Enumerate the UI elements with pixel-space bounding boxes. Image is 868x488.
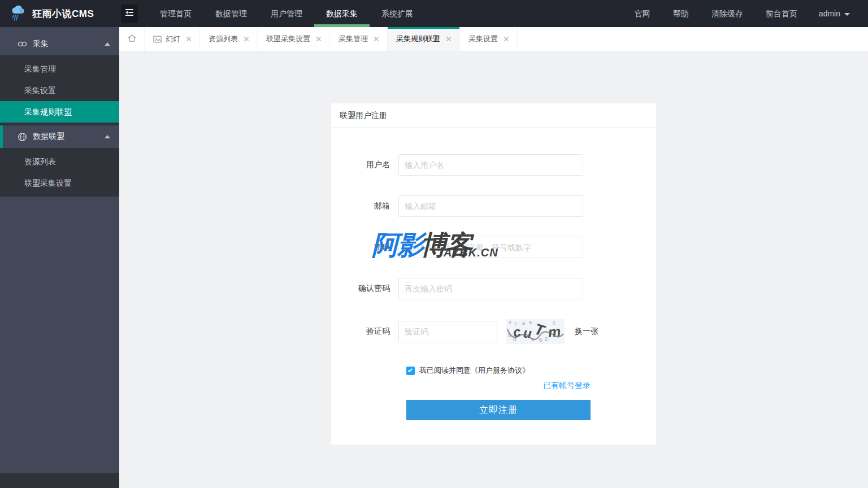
tabbar: 幻灯 资源列表 联盟采集设置 采集管理 采集规则联盟 采集设置 <box>119 27 868 51</box>
email-label: 邮箱 <box>331 201 398 211</box>
sidebar-item-resource-list[interactable]: 资源列表 <box>0 151 119 172</box>
tab-home[interactable] <box>119 27 145 51</box>
login-link-row: 已有帐号登录 <box>331 380 591 391</box>
email-input[interactable] <box>398 195 583 217</box>
tab-resource-list[interactable]: 资源列表 <box>200 27 258 51</box>
sidebar-group-collect[interactable]: 采集 <box>0 33 119 55</box>
sidebar-group-data-alliance[interactable]: 数据联盟 <box>0 125 119 148</box>
sidebar-submenu-collect: 采集管理 采集设置 采集规则联盟 <box>0 55 119 125</box>
confirm-password-row: 确认密码 <box>331 278 656 299</box>
tab-label: 联盟采集设置 <box>266 34 310 44</box>
top-nav-system-extend[interactable]: 系统扩展 <box>370 0 425 27</box>
chevron-up-icon <box>105 135 110 138</box>
app-logo: 狂雨小说CMS <box>0 0 119 27</box>
tab-collect-manage[interactable]: 采集管理 <box>330 27 388 51</box>
top-nav-data-manage[interactable]: 数据管理 <box>203 0 259 27</box>
register-submit-button[interactable]: 立即注册 <box>406 400 591 420</box>
globe-icon <box>18 132 27 142</box>
chevron-down-icon <box>844 13 850 16</box>
chain-link-icon <box>18 40 27 49</box>
username-row: 用户名 <box>331 154 656 176</box>
sidebar-item-alliance-collect-settings[interactable]: 联盟采集设置 <box>0 172 119 194</box>
app-title: 狂雨小说CMS <box>32 7 94 20</box>
captcha-image[interactable]: c u T m 2 1 a 5 b d u 6 5 2 <box>506 319 565 344</box>
email-row: 邮箱 <box>331 195 656 217</box>
password-input[interactable] <box>398 237 583 258</box>
sidebar-group-label: 数据联盟 <box>33 132 64 142</box>
top-nav: 管理首页 数据管理 用户管理 数据采集 系统扩展 <box>148 0 425 27</box>
tab-label: 幻灯 <box>166 34 180 44</box>
password-row: 密码 <box>331 237 656 258</box>
agreement-checkbox[interactable] <box>406 367 415 375</box>
captcha-wave-line <box>506 319 565 344</box>
tab-label: 采集管理 <box>338 34 368 44</box>
frontend-home-link[interactable]: 前台首页 <box>754 0 809 27</box>
tab-label: 采集规则联盟 <box>396 34 440 44</box>
check-icon <box>408 367 413 372</box>
captcha-refresh-link[interactable]: 换一张 <box>575 326 598 337</box>
tab-collect-rule-alliance[interactable]: 采集规则联盟 <box>388 27 460 51</box>
top-nav-data-collect[interactable]: 数据采集 <box>314 0 370 27</box>
agreement-row: 我已阅读并同意 《用户服务协议》 <box>406 365 656 376</box>
username: admin <box>819 9 840 18</box>
tab-label: 采集设置 <box>468 34 498 44</box>
user-agreement-link[interactable]: 《用户服务协议》 <box>471 365 530 376</box>
clear-cache-link[interactable]: 清除缓存 <box>700 0 754 27</box>
close-icon[interactable] <box>445 36 451 42</box>
close-icon[interactable] <box>243 36 249 42</box>
user-menu[interactable]: admin <box>809 0 860 27</box>
home-icon <box>127 33 137 46</box>
confirm-password-input[interactable] <box>398 278 583 299</box>
captcha-row: 验证码 c u T m 2 1 a 5 b d u 6 5 2 <box>331 319 656 344</box>
official-site-link[interactable]: 官网 <box>623 0 662 27</box>
spread-menu-icon <box>125 8 134 19</box>
sidebar-item-collect-manage[interactable]: 采集管理 <box>0 58 119 80</box>
chevron-up-icon <box>105 42 110 46</box>
tab-slideshow[interactable]: 幻灯 <box>145 27 200 51</box>
login-link[interactable]: 已有帐号登录 <box>543 381 591 390</box>
confirm-password-label: 确认密码 <box>331 284 398 294</box>
topbar-right-nav: 官网 帮助 清除缓存 前台首页 admin <box>623 0 868 27</box>
captcha-input[interactable] <box>398 321 497 342</box>
register-form: 用户名 邮箱 密码 确认密码 验证码 c u T <box>331 128 656 420</box>
help-link[interactable]: 帮助 <box>662 0 700 27</box>
tab-alliance-collect-settings[interactable]: 联盟采集设置 <box>258 27 330 51</box>
main-content: 联盟用户注册 用户名 邮箱 密码 确认密码 验证码 <box>119 51 868 488</box>
register-card: 联盟用户注册 用户名 邮箱 密码 确认密码 验证码 <box>331 103 656 445</box>
close-icon[interactable] <box>373 36 379 42</box>
tab-label: 资源列表 <box>209 34 238 44</box>
sidebar: 采集 采集管理 采集设置 采集规则联盟 数据联盟 资源列表 联盟采集设置 <box>0 27 119 488</box>
sidebar-item-collect-settings[interactable]: 采集设置 <box>0 80 119 101</box>
close-icon[interactable] <box>315 36 321 42</box>
close-icon[interactable] <box>503 36 509 42</box>
topbar: 狂雨小说CMS 管理首页 数据管理 用户管理 数据采集 系统扩展 官网 帮助 清… <box>0 0 868 27</box>
sidebar-group-label: 采集 <box>33 39 49 49</box>
top-nav-admin-home[interactable]: 管理首页 <box>148 0 203 27</box>
top-nav-user-manage[interactable]: 用户管理 <box>259 0 314 27</box>
sidebar-footer-strip <box>0 473 119 488</box>
sidebar-submenu-data-alliance: 资源列表 联盟采集设置 <box>0 148 119 197</box>
rain-cloud-icon <box>10 4 27 23</box>
collapse-sidebar-button[interactable] <box>121 5 138 23</box>
sidebar-item-collect-rule-alliance[interactable]: 采集规则联盟 <box>0 101 119 123</box>
tab-collect-settings[interactable]: 采集设置 <box>460 27 518 51</box>
card-title: 联盟用户注册 <box>331 103 656 128</box>
close-icon[interactable] <box>185 36 191 42</box>
password-label: 密码 <box>331 242 398 252</box>
username-input[interactable] <box>398 154 583 176</box>
username-label: 用户名 <box>331 160 398 170</box>
captcha-label: 验证码 <box>331 326 398 337</box>
agreement-text: 我已阅读并同意 <box>419 365 471 376</box>
image-icon <box>153 36 162 43</box>
